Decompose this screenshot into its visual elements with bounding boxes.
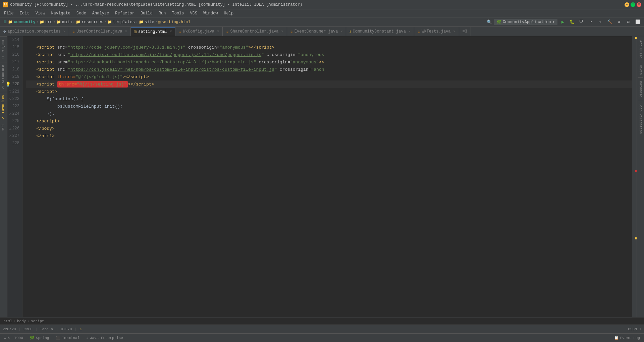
tab-close[interactable]: × [453,30,455,34]
layout-button[interactable]: ⊡ [625,18,632,26]
run-button[interactable]: ▶ [559,19,566,25]
build-button[interactable]: 🔨 [606,18,613,26]
nav-community[interactable]: 📁 community [8,20,36,24]
tab-wkconfig[interactable]: ☕ WkConfig.java × [175,27,223,36]
tab-setting-html[interactable]: ◫ setting.html × [131,27,176,36]
java-enterprise-icon: ☕ [86,336,89,340]
code-line-215: <script src="https://code.jquery.com/jqu… [26,44,632,51]
tab-application-properties[interactable]: ⚙ application.properties × [0,27,69,36]
folder-icon-resources: 📁 [76,20,80,24]
nav-site[interactable]: 📁 site [139,20,154,24]
tab-close[interactable]: × [170,30,172,34]
nav-templates[interactable]: 📁 templates [107,20,135,24]
gutter-222: ▽ 222 [7,95,22,103]
right-status: CSDN ⚡ [628,327,641,331]
menu-analyze[interactable]: Analyze [90,10,112,16]
tab-communityconstant[interactable]: ℹ CommunityConstant.java × [346,27,414,36]
menu-tools[interactable]: Tools [169,10,187,16]
menu-code[interactable]: Code [74,10,89,16]
terminal-tab[interactable]: ⬛ Terminal [54,335,81,341]
tab-eventconsumer[interactable]: ☕ EventConsumer.java × [287,27,346,36]
maximize-button[interactable]: □ [631,2,635,7]
debug-button[interactable]: 🐛 [568,18,576,26]
database-tab[interactable]: Database [638,78,643,100]
nav-resources[interactable]: 📁 resources [76,20,103,24]
status-div1: | [19,327,21,331]
left-sidebar: 1: Project 2: Structure 2: Favorites Web [0,36,7,317]
tab-sharecontroller[interactable]: ☕ ShareController.java × [223,27,287,36]
menu-file[interactable]: File [1,10,16,16]
fold-icon-221[interactable]: ▽ [8,89,13,94]
maximize-editor-button[interactable]: ⬜ [634,18,641,26]
breadcrumb-html[interactable]: html [3,319,12,323]
fold-icon-226[interactable]: △ [8,126,13,131]
menu-vcs[interactable]: VCS [187,10,200,16]
fold-icon-224[interactable]: △ [8,111,13,116]
web-tab[interactable]: Web [0,122,7,133]
nav-main[interactable]: 📁 main [56,20,72,24]
code-line-218: <script src="https://cdn.jsdelivr.net/np… [26,66,632,73]
spring-icon: 🌿 [497,20,501,24]
coverage-button[interactable]: ⛉ [578,18,585,26]
status-div3: | [56,327,58,331]
gutter-218: 218 [7,66,22,73]
todo-icon: ≡ [4,336,6,340]
menu-refactor[interactable]: Refactor [112,10,137,16]
close-button[interactable]: × [637,2,641,7]
tab-close[interactable]: × [125,30,127,34]
tab-wktests[interactable]: ☕ WkTests.java × [414,27,459,36]
tab-close[interactable]: × [409,30,411,34]
breadcrumb-path: html › body › script [0,317,644,325]
indent-status[interactable]: Tab* ↹ [40,327,53,331]
line-ending-status[interactable]: CRLF [23,327,32,331]
project-tab[interactable]: 1: Project [0,36,7,62]
fold-icon-222[interactable]: ▽ [8,97,13,101]
run-config-dropdown[interactable]: ▾ [552,19,555,24]
tab-usercontroller[interactable]: ☕ UserController.java × [69,27,131,36]
spring-tab[interactable]: 🌿 Spring [29,335,51,341]
favorites-tab[interactable]: 2: Favorites [0,92,7,122]
menu-run[interactable]: Run [156,10,169,16]
nav-icon: 🖥 [3,19,7,24]
code-content[interactable]: <script src="https://code.jquery.com/jqu… [22,36,632,317]
nav-src[interactable]: 📁 src [40,20,53,24]
run-config[interactable]: 🌿 CommunityApplication ▾ [494,19,557,25]
event-log-tab[interactable]: 📋 Event Log [613,335,641,341]
nav-main-label: main [62,20,72,24]
tab-close[interactable]: × [340,30,342,34]
nav-file[interactable]: ◫ setting.html [158,20,191,24]
menu-edit[interactable]: Edit [17,10,32,16]
back-button[interactable]: ↩ [587,18,594,26]
todo-tab[interactable]: ≡ 6: TODO [3,335,24,341]
gutter-215: 215 [7,44,22,51]
minimize-button[interactable]: – [625,2,629,7]
bulb-icon[interactable]: 💡 [7,81,11,87]
menu-navigate[interactable]: Navigate [48,10,73,16]
forward-button[interactable]: ↪ [596,18,604,26]
editor-scrollbar[interactable] [632,36,637,317]
tab-close[interactable]: × [281,30,283,34]
art-build-tab[interactable]: Art Build [638,38,643,61]
breadcrumb-body[interactable]: body [17,319,26,323]
fold-icon-227[interactable]: △ [8,133,13,138]
menu-build[interactable]: Build [138,10,155,16]
menu-view[interactable]: View [33,10,48,16]
menu-help[interactable]: Help [221,10,236,16]
maven-tab[interactable]: Maven [638,62,643,78]
java-enterprise-tab[interactable]: ☕ Java Enterprise [85,335,124,341]
menu-window[interactable]: Window [201,10,220,16]
tab-more[interactable]: ≡3 [459,27,471,36]
settings-button[interactable]: ⚙ [615,18,623,26]
csdn-label: CSDN ⚡ [628,327,641,331]
breadcrumb-script[interactable]: script [31,319,44,323]
gutter-224: △ 224 [7,110,22,117]
tab-close[interactable]: × [217,30,219,34]
structure-tab[interactable]: 2: Structure [0,62,7,92]
title-bar-left: IJ community [F:\community] - ...\src\ma… [3,2,302,7]
gutter-214: 214 [7,36,22,44]
encoding-status[interactable]: UTF-8 [61,327,72,331]
code-line-216: <script src="https://cdnjs.cloudflare.co… [26,51,632,58]
bean-validation-tab[interactable]: Bean Validation [638,101,643,136]
tab-close[interactable]: × [63,30,65,34]
search-button[interactable]: 🔍 [487,19,492,25]
